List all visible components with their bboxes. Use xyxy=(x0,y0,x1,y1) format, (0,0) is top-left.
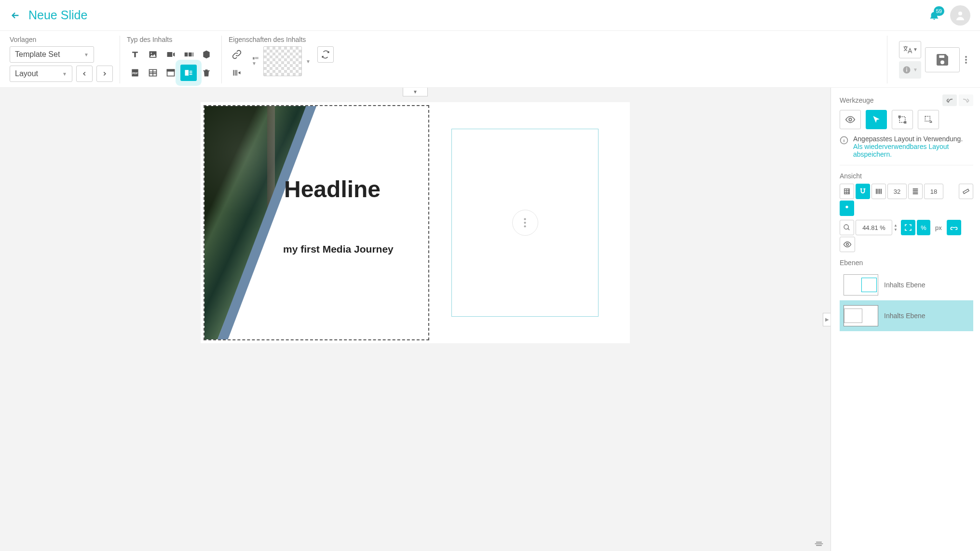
sync-prop-button[interactable] xyxy=(317,46,334,63)
undo-button[interactable] xyxy=(942,94,957,106)
layout-next-button[interactable] xyxy=(96,66,113,82)
template-set-value: Template Set xyxy=(15,50,60,59)
zoom-value[interactable]: 44.81 % xyxy=(856,220,892,235)
layout-prev-button[interactable] xyxy=(76,66,93,82)
right-content-slot[interactable] xyxy=(451,129,599,317)
svg-rect-11 xyxy=(167,69,175,71)
tools-label: Werkzeuge xyxy=(840,96,874,104)
svg-rect-42 xyxy=(913,190,918,191)
svg-rect-18 xyxy=(236,70,237,76)
svg-point-31 xyxy=(849,118,852,121)
svg-text:PDF: PDF xyxy=(132,72,138,75)
px-unit-button[interactable]: px xyxy=(932,220,945,235)
svg-point-27 xyxy=(965,62,967,64)
right-panel-toggle[interactable]: ▶ xyxy=(823,313,830,326)
rows-value[interactable]: 18 xyxy=(924,184,943,199)
left-content-frame[interactable]: Headline my first Media Journey xyxy=(204,105,429,340)
slot-menu-button[interactable] xyxy=(512,210,538,236)
info-pill-button[interactable]: ▼ xyxy=(899,61,921,79)
svg-rect-16 xyxy=(233,70,234,76)
link-prop-button[interactable] xyxy=(229,46,245,63)
layers-label: Ebenen xyxy=(840,259,973,267)
svg-point-0 xyxy=(958,12,962,15)
notifications-count: 59 xyxy=(934,6,944,16)
back-button[interactable] xyxy=(10,10,21,21)
subline-text[interactable]: my first Media Journey xyxy=(283,243,394,255)
svg-rect-19 xyxy=(253,57,255,60)
svg-point-24 xyxy=(906,67,907,68)
svg-rect-4 xyxy=(185,53,188,56)
svg-rect-44 xyxy=(913,193,918,194)
zoom-icon xyxy=(840,220,854,235)
svg-point-46 xyxy=(845,206,848,208)
gallery-type-button[interactable] xyxy=(180,46,197,63)
rows-icon[interactable] xyxy=(908,184,923,199)
redo-button[interactable] xyxy=(959,94,973,106)
delete-type-button[interactable] xyxy=(198,65,215,81)
save-more-button[interactable] xyxy=(962,52,970,68)
layer-item-0[interactable]: Inhalts Ebene xyxy=(840,269,973,300)
crop-tool[interactable] xyxy=(892,110,913,129)
user-avatar[interactable] xyxy=(950,5,970,26)
zoom-up[interactable]: ▲ xyxy=(894,223,898,228)
save-button[interactable] xyxy=(925,47,960,72)
layer-item-1[interactable]: Inhalts Ebene xyxy=(840,300,973,331)
save-layout-link[interactable]: Als wiederverwendbares Layout abspeicher… xyxy=(853,143,949,158)
headline-text[interactable]: Headline xyxy=(284,176,381,202)
svg-point-48 xyxy=(846,243,849,246)
snap-toggle[interactable] xyxy=(856,184,870,199)
frame-type-button[interactable] xyxy=(163,65,179,81)
zoom-down[interactable]: ▼ xyxy=(894,228,898,232)
svg-rect-39 xyxy=(879,189,880,194)
svg-rect-38 xyxy=(877,189,878,194)
fit-screen-button[interactable] xyxy=(901,220,915,235)
columns-value[interactable]: 32 xyxy=(887,184,907,199)
grid-toggle[interactable] xyxy=(840,184,854,199)
background-picker[interactable]: ▼ ▼ xyxy=(248,46,314,76)
svg-point-29 xyxy=(524,222,526,224)
layout-dropdown-value: Layout xyxy=(15,69,38,78)
text-type-button[interactable] xyxy=(127,46,143,63)
select-tool[interactable] xyxy=(866,110,887,129)
indent-prop-button[interactable] xyxy=(229,65,245,81)
video-type-button[interactable] xyxy=(163,46,179,63)
ruler-toggle[interactable] xyxy=(959,184,973,199)
columns-icon[interactable] xyxy=(871,184,886,199)
bottom-panel-toggle[interactable] xyxy=(814,540,824,547)
pdf-type-button[interactable]: PDF xyxy=(127,65,143,81)
svg-point-2 xyxy=(150,53,152,54)
svg-point-26 xyxy=(965,59,967,61)
top-panel-toggle[interactable]: ▼ xyxy=(403,88,428,96)
template-set-dropdown[interactable]: Template Set▼ xyxy=(10,46,94,63)
contenttype-label: Typ des Inhalts xyxy=(127,36,215,43)
frame-image xyxy=(204,106,335,339)
slide-canvas[interactable]: Headline my first Media Journey xyxy=(201,102,630,343)
svg-point-30 xyxy=(524,225,526,227)
visibility-toggle[interactable] xyxy=(840,237,855,252)
card-type-button[interactable] xyxy=(180,65,197,81)
transform-tool[interactable] xyxy=(918,110,939,129)
preview-tool[interactable] xyxy=(840,110,861,129)
svg-rect-45 xyxy=(963,189,969,193)
language-button[interactable]: ▼ xyxy=(899,41,921,58)
table-type-button[interactable] xyxy=(145,65,161,81)
svg-rect-23 xyxy=(906,69,907,71)
svg-rect-12 xyxy=(185,70,189,76)
layer-name: Inhalts Ebene xyxy=(884,312,926,320)
svg-point-47 xyxy=(844,225,848,229)
link-dims-button[interactable] xyxy=(947,220,961,235)
templates-label: Vorlagen xyxy=(10,36,113,43)
svg-point-25 xyxy=(965,56,967,58)
svg-rect-35 xyxy=(925,116,930,121)
svg-rect-37 xyxy=(876,189,877,194)
svg-rect-33 xyxy=(899,116,900,118)
image-type-button[interactable] xyxy=(145,46,161,63)
guide-toggle[interactable] xyxy=(840,201,854,216)
notifications-button[interactable]: 59 xyxy=(929,10,939,21)
layer-thumb xyxy=(844,305,878,326)
package-type-button[interactable] xyxy=(198,46,215,63)
svg-rect-41 xyxy=(913,188,918,189)
svg-rect-6 xyxy=(192,53,193,56)
percent-unit-button[interactable]: % xyxy=(917,220,930,235)
layout-dropdown[interactable]: Layout▼ xyxy=(10,66,72,82)
